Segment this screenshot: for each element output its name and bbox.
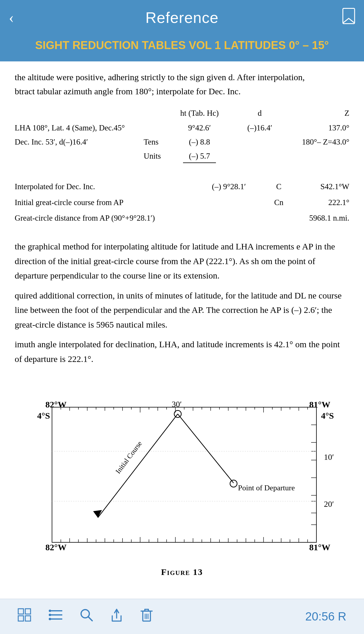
interp-row-3-val: 5968.1 n.mi. [291,212,349,224]
back-button[interactable]: ‹ [9,10,14,25]
svg-rect-83 [25,609,31,614]
point-departure-label: Point of Departure [238,484,295,492]
svg-point-91 [49,618,51,620]
svg-point-89 [49,610,51,612]
bookmark-icon[interactable] [342,8,355,28]
col-header-hc: ht (Tab. Hc) [167,107,232,120]
figure-13: 82°W 81°W 4°S 4°S 30′ AP 10′ 20′ 82°W 81… [28,389,336,579]
chart-svg: Initial Course Point of Departure [28,389,336,559]
list-icon[interactable] [49,609,62,624]
col-header-z: Z [288,107,349,120]
data-table: ht (Tab. Hc) d Z LHA 108°, Lat. 4 (Same)… [15,107,349,163]
interpolated-section: Interpolated for Dec. Inc. (–) 9°28.1′ C… [15,181,349,225]
trash-icon[interactable] [140,608,153,625]
interp-row-1-val1: (–) 9°28.1′ [191,181,267,193]
interp-row-3-label: Great-circle distance from AP (90°+9°28.… [15,212,191,224]
chart-container: 82°W 81°W 4°S 4°S 30′ AP 10′ 20′ 82°W 81… [28,389,336,559]
book-title: SIGHT REDUCTION TABLES VOL 1 LATITUDES 0… [12,38,352,53]
body-paragraph-3: imuth angle interpolated for declination… [15,337,349,366]
svg-line-93 [88,617,92,621]
subheader: SIGHT REDUCTION TABLES VOL 1 LATITUDES 0… [0,35,364,61]
svg-rect-1 [52,407,316,542]
toolbar: 20:56 R [0,599,364,634]
body-paragraph-2: quired additional correction, in units o… [15,288,349,332]
svg-rect-82 [18,609,24,614]
table-row-1-z: 137.0° [288,122,349,134]
table-row-3-sub: Units [144,150,167,162]
table-row-1-d: (–)16.4′ [232,122,288,134]
figure-caption: Figure 13 [28,565,336,579]
table-row-3-hc: (–) 5.7 [167,150,232,163]
svg-point-90 [49,614,51,616]
table-row-2-sub: Tens [144,136,167,148]
share-icon[interactable] [110,608,123,625]
body-paragraph-1: the graphical method for interpolating a… [15,239,349,283]
toolbar-time: 20:56 R [305,610,346,623]
header: ‹ Reference [0,0,364,35]
table-row-2-hc: (–) 8.8 [167,136,232,148]
search-icon[interactable] [80,608,93,625]
svg-rect-85 [25,616,31,621]
intro-text: the altitude were positive, adhering str… [15,70,349,98]
interp-row-1-label: Interpolated for Dec. Inc. [15,181,191,193]
page-title: Reference [145,9,219,26]
interp-row-2-cn: Cn [267,197,291,209]
toolbar-left-icons [18,608,153,625]
table-row-1-hc: 9°42.6′ [167,122,232,134]
main-content: the altitude were positive, adhering str… [0,61,364,634]
table-row-2-z: 180°– Z=43.0° [288,136,349,148]
interp-row-2-label: Initial great-circle course from AP [15,197,191,209]
interp-row-1-c: C [267,181,291,193]
svg-rect-84 [18,616,24,621]
grid-icon[interactable] [18,608,31,625]
col-header-d: d [232,107,288,120]
interp-row-2-val3: 222.1° [291,197,349,209]
table-row-1-label: LHA 108°, Lat. 4 (Same), Dec.45° [15,122,144,134]
interp-row-1-val3: S42.1°W [291,181,349,193]
table-row-2-label: Dec. Inc. 53′, d(–)16.4′ [15,136,144,148]
